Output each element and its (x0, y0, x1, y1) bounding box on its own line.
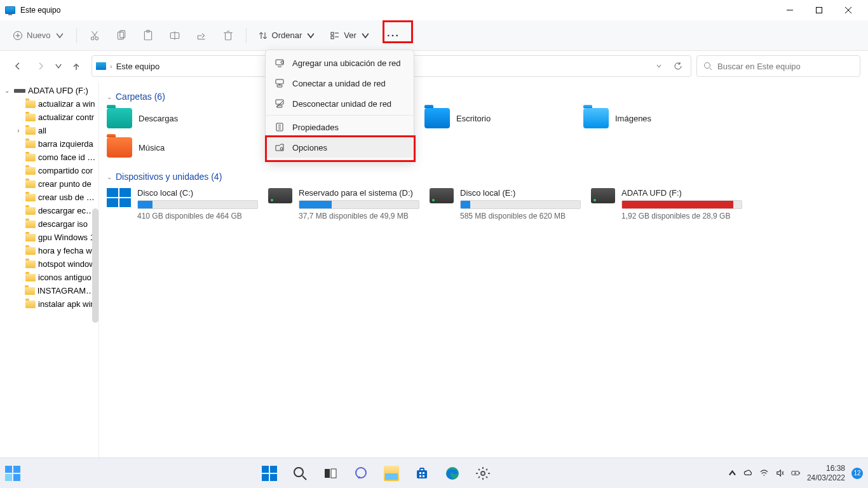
up-button[interactable] (66, 56, 86, 76)
downloads-folder-icon (107, 108, 132, 128)
back-button[interactable] (8, 56, 28, 76)
tree-item[interactable]: compartido cor (0, 164, 98, 177)
folder-descargas[interactable]: Descargas (107, 108, 266, 128)
music-folder-icon (107, 137, 132, 158)
paste-icon[interactable] (137, 24, 159, 47)
tree-item[interactable]: actualizar contr (0, 111, 98, 124)
address-dropdown[interactable] (650, 57, 668, 75)
notification-badge[interactable]: 12 (851, 468, 863, 479)
tree-item[interactable]: barra izquierda (0, 137, 98, 151)
usage-bar (137, 200, 258, 209)
system-tray[interactable] (728, 468, 801, 478)
chevron-right-icon[interactable]: › (14, 127, 23, 134)
share-icon[interactable] (190, 24, 213, 47)
onedrive-icon[interactable] (743, 468, 753, 478)
svg-point-65 (481, 471, 485, 475)
battery-icon[interactable] (791, 468, 801, 478)
menu-add-network-location[interactable]: Agregar una ubicación de red (266, 53, 414, 73)
delete-icon[interactable] (217, 24, 240, 47)
folder-icon (25, 234, 36, 241)
chat-button[interactable] (348, 461, 374, 486)
svg-rect-63 (423, 475, 424, 477)
scrollbar[interactable] (92, 208, 98, 323)
tree-item[interactable]: instalar apk win (0, 297, 98, 311)
tree-item[interactable]: actualizar a win (0, 97, 98, 111)
tree-root-drive[interactable]: ⌄ ADATA UFD (F:) (0, 84, 98, 97)
search-box[interactable]: Buscar en Este equipo (696, 55, 860, 77)
copy-icon[interactable] (110, 24, 133, 47)
folder-label: Descargas (139, 114, 178, 123)
tree-item[interactable]: descargar ecosi (0, 204, 98, 217)
chevron-down-icon: ⌄ (107, 93, 112, 100)
microsoft-store-button[interactable] (409, 461, 435, 486)
folder-escritorio[interactable]: Escritorio (424, 108, 583, 128)
menu-separator (266, 115, 414, 116)
svg-rect-22 (331, 32, 334, 35)
svg-rect-32 (276, 79, 283, 84)
drive-item[interactable]: Reservado para el sistema (D:)37,7 MB di… (268, 188, 427, 220)
edge-button[interactable] (440, 461, 465, 486)
menu-options[interactable]: Opciones (266, 137, 414, 158)
menu-map-network-drive[interactable]: Conectar a unidad de red (266, 73, 414, 93)
wifi-icon[interactable] (759, 468, 769, 478)
drive-item[interactable]: ADATA UFD (F:)1,92 GB disponibles de 28,… (591, 188, 750, 220)
maximize-button[interactable] (804, 0, 834, 20)
task-view-button[interactable] (318, 461, 343, 486)
tree-item[interactable]: INSTAGRAM LIM (0, 284, 98, 297)
svg-point-7 (91, 37, 94, 40)
folder-label: Escritorio (456, 114, 491, 123)
folder-icon (25, 247, 36, 255)
tree-item[interactable]: iconos antiguo (0, 271, 98, 284)
tray-chevron-icon[interactable] (728, 468, 737, 478)
drive-icon (430, 188, 454, 203)
tree-item[interactable]: hora y fecha wi (0, 244, 98, 257)
tree-item[interactable]: crear usb de arr (0, 191, 98, 204)
svg-rect-61 (423, 472, 424, 474)
tree-item[interactable]: gpu Windows 1 (0, 231, 98, 244)
view-button[interactable]: Ver (325, 27, 376, 44)
group-folders[interactable]: ⌄ Carpetas (6) (107, 92, 860, 102)
forward-button[interactable] (31, 56, 51, 76)
chevron-down-icon[interactable]: ⌄ (3, 87, 11, 94)
tree-label: actualizar a win (38, 99, 95, 109)
clock[interactable]: 16:38 24/03/2022 (807, 464, 845, 482)
recent-dropdown[interactable] (53, 56, 64, 76)
folder-label: Imágenes (615, 114, 651, 123)
folder-imagenes[interactable]: Imágenes (583, 108, 742, 128)
tree-item[interactable]: crear punto de (0, 177, 98, 191)
settings-button[interactable] (470, 461, 496, 486)
cut-icon[interactable] (83, 24, 106, 47)
drive-free: 1,92 GB disponibles de 28,9 GB (621, 212, 750, 220)
tree-item[interactable]: descargar iso (0, 217, 98, 231)
sort-button[interactable]: Ordenar (253, 27, 322, 44)
breadcrumb[interactable]: Este equipo (116, 62, 160, 71)
svg-rect-56 (331, 469, 336, 478)
tree-label: hora y fecha wi (38, 246, 93, 255)
menu-disconnect-network-drive[interactable]: Desconectar unidad de red (266, 93, 414, 114)
drive-item[interactable]: Disco local (C:)410 GB disponibles de 46… (107, 188, 266, 220)
folder-icon (25, 154, 36, 161)
rename-icon[interactable] (163, 24, 186, 47)
tree-item[interactable]: como face id co (0, 151, 98, 164)
volume-icon[interactable] (775, 468, 785, 478)
new-button[interactable]: Nuevo (8, 27, 70, 44)
minimize-button[interactable] (775, 0, 804, 20)
search-button[interactable] (287, 461, 313, 486)
tree-label: INSTAGRAM LIM (37, 286, 96, 295)
tree-item[interactable]: ›all (0, 124, 98, 137)
file-explorer-button[interactable] (379, 461, 404, 486)
close-button[interactable] (834, 0, 863, 20)
menu-label: Propiedades (292, 123, 339, 132)
drive-free: 585 MB disponibles de 620 MB (460, 212, 588, 220)
drive-item[interactable]: Disco local (E:)585 MB disponibles de 62… (430, 188, 588, 220)
tree-label: barra izquierda (38, 139, 93, 149)
refresh-button[interactable] (669, 57, 687, 75)
start-button[interactable] (257, 461, 282, 486)
widgets-button[interactable] (0, 461, 25, 486)
tree-label: iconos antiguo (38, 273, 92, 282)
group-devices[interactable]: ⌄ Dispositivos y unidades (4) (107, 172, 860, 182)
folder-icon (25, 287, 35, 295)
tree-item[interactable]: hotspot window (0, 257, 98, 271)
menu-properties[interactable]: Propiedades (266, 117, 414, 137)
folder-musica[interactable]: Música (107, 137, 266, 158)
